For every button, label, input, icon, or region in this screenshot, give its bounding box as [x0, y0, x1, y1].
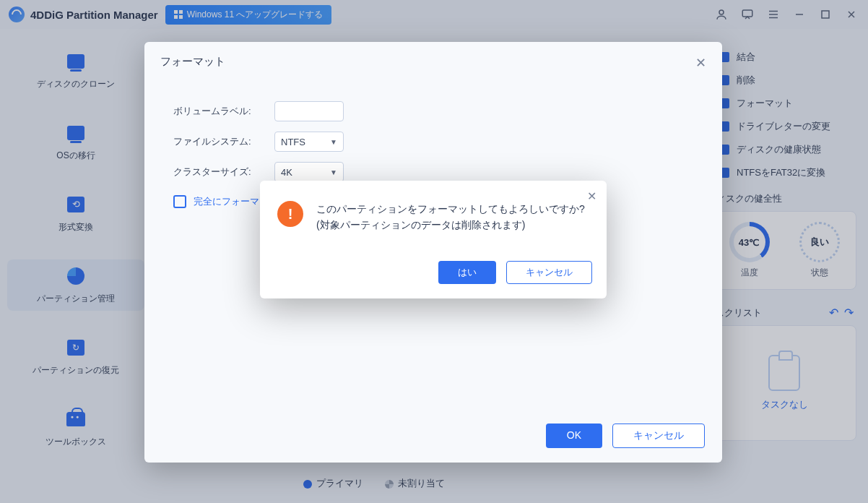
confirm-message: このパーティションをフォーマットしてもよろしいですか? (対象パーティションのデ…: [316, 201, 589, 233]
chevron-down-icon: ▼: [330, 168, 337, 176]
confirm-footer: はい キャンセル: [274, 261, 592, 284]
cluster-label: クラスターサイズ:: [173, 165, 260, 179]
dialog-ok-button[interactable]: OK: [546, 424, 602, 448]
filesystem-select[interactable]: NTFS ▼: [274, 132, 344, 152]
confirm-body: ! このパーティションをフォーマットしてもよろしいですか? (対象パーティション…: [274, 195, 592, 239]
confirm-close-icon[interactable]: ✕: [587, 189, 596, 203]
dialog-title: フォーマット: [160, 55, 225, 71]
dialog-header: フォーマット ✕: [144, 42, 722, 84]
volume-label-input[interactable]: [274, 101, 344, 121]
confirm-dialog: ✕ ! このパーティションをフォーマットしてもよろしいですか? (対象パーティシ…: [260, 181, 607, 298]
dialog-close-icon[interactable]: ✕: [695, 55, 706, 71]
filesystem-label: ファイルシステム:: [173, 135, 260, 148]
dialog-footer: OK キャンセル: [546, 424, 705, 448]
chevron-down-icon: ▼: [330, 138, 337, 146]
full-format-label: 完全にフォーマ: [194, 195, 259, 208]
confirm-cancel-button[interactable]: キャンセル: [506, 261, 592, 284]
checkbox-icon[interactable]: [173, 195, 186, 208]
cluster-select[interactable]: 4K ▼: [274, 162, 344, 182]
volume-label-label: ボリュームラベル:: [173, 105, 260, 118]
warning-icon: !: [277, 201, 303, 227]
dialog-cancel-button[interactable]: キャンセル: [612, 424, 705, 448]
confirm-yes-button[interactable]: はい: [438, 261, 496, 284]
